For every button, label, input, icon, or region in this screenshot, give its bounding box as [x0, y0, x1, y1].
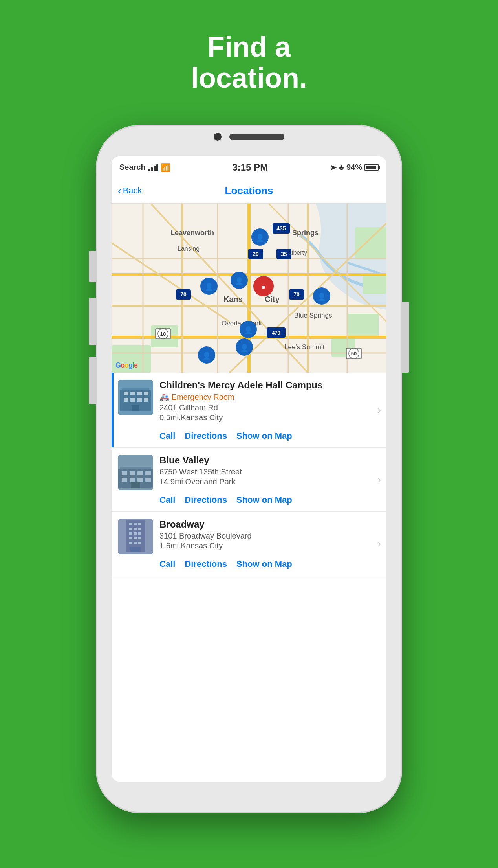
svg-text:City: City [265, 295, 280, 303]
location-name-broadway: Broadway [159, 519, 380, 530]
location-actions-broadway: Call Directions Show on Map [159, 554, 380, 576]
phone-screen: Search 📶 3:15 PM ➤ ♣ 94% [112, 156, 386, 782]
call-button-valley[interactable]: Call [159, 495, 175, 505]
nav-bar: ‹ Back Locations [112, 178, 386, 204]
svg-rect-73 [144, 392, 148, 395]
svg-rect-82 [122, 471, 127, 475]
back-label[interactable]: Back [123, 186, 142, 196]
location-item-broadway[interactable]: Broadway 3101 Broadway Boulevard 1.6mi.K… [112, 512, 386, 576]
svg-rect-94 [129, 523, 132, 525]
svg-rect-105 [138, 537, 141, 539]
svg-rect-72 [137, 392, 142, 395]
wifi-icon: 📶 [161, 163, 170, 172]
earpiece-speaker [229, 134, 284, 140]
nav-title: Locations [225, 185, 273, 197]
svg-text:👤: 👤 [244, 326, 253, 335]
show-on-map-button-broadway[interactable]: Show on Map [236, 559, 292, 569]
page-title: Find a location. [191, 31, 307, 94]
bluetooth-icon: ♣ [339, 163, 344, 172]
svg-text:70: 70 [180, 291, 187, 298]
svg-rect-89 [145, 478, 151, 482]
battery-icon [364, 164, 379, 171]
svg-rect-6 [363, 274, 386, 294]
location-address-broadway: 3101 Broadway Boulevard [159, 531, 380, 541]
svg-rect-98 [134, 528, 137, 530]
chevron-right-icon-broadway: › [377, 537, 381, 550]
svg-text:Springs: Springs [292, 229, 319, 237]
emergency-room-badge: 🚑 Emergency Room [159, 392, 380, 402]
power-button[interactable] [402, 302, 409, 373]
svg-rect-71 [130, 392, 135, 395]
mute-button[interactable] [89, 357, 96, 404]
svg-text:435: 435 [276, 225, 286, 232]
directions-button-valley[interactable]: Directions [185, 495, 227, 505]
location-address-valley: 6750 West 135th Street [159, 467, 380, 476]
call-button-broadway[interactable]: Call [159, 559, 175, 569]
svg-rect-103 [129, 537, 132, 539]
front-camera [214, 133, 222, 141]
svg-rect-97 [129, 528, 132, 530]
map-svg: 435 35 29 70 70 470 [112, 204, 386, 373]
status-bar: Search 📶 3:15 PM ➤ ♣ 94% [112, 156, 386, 178]
svg-text:470: 470 [272, 330, 280, 336]
location-name-adele: Children's Mercy Adele Hall Campus [159, 380, 380, 391]
location-thumbnail-adele [118, 380, 153, 415]
location-info-broadway: Broadway 3101 Broadway Boulevard 1.6mi.K… [159, 519, 380, 576]
location-name-valley: Blue Valley [159, 455, 380, 466]
show-on-map-button-valley[interactable]: Show on Map [236, 495, 292, 505]
svg-rect-70 [124, 392, 128, 395]
location-address-adele: 2401 Gillham Rd [159, 403, 380, 412]
svg-rect-99 [138, 528, 141, 530]
svg-rect-108 [138, 542, 141, 544]
location-thumbnail-broadway [118, 519, 153, 554]
svg-text:Blue Springs: Blue Springs [294, 312, 332, 319]
location-icon: ➤ [330, 163, 337, 172]
svg-rect-107 [134, 542, 137, 544]
directions-button-broadway[interactable]: Directions [185, 559, 227, 569]
svg-rect-109 [130, 547, 141, 552]
header-section: Find a location. [191, 0, 307, 94]
map-view[interactable]: 435 35 29 70 70 470 [112, 204, 386, 373]
svg-rect-77 [144, 398, 148, 402]
svg-rect-101 [134, 532, 137, 535]
svg-rect-78 [132, 405, 139, 411]
call-button-adele[interactable]: Call [159, 431, 175, 441]
location-info-valley: Blue Valley 6750 West 135th Street 14.9m… [159, 455, 380, 511]
svg-rect-95 [134, 523, 137, 525]
svg-rect-83 [130, 471, 135, 475]
svg-text:10: 10 [160, 331, 166, 337]
svg-rect-87 [130, 478, 135, 482]
volume-up-button[interactable] [89, 251, 96, 282]
svg-text:👤: 👤 [317, 292, 326, 301]
svg-rect-102 [138, 532, 141, 535]
back-button[interactable]: ‹ Back [118, 185, 142, 197]
svg-rect-1 [347, 314, 379, 337]
directions-button-adele[interactable]: Directions [185, 431, 227, 441]
google-logo: Google [115, 361, 137, 370]
svg-text:👤: 👤 [240, 344, 249, 352]
svg-text:👤: 👤 [235, 277, 244, 285]
svg-rect-104 [134, 537, 137, 539]
svg-rect-76 [137, 398, 142, 402]
carrier-label: Search [119, 163, 146, 172]
location-actions-adele: Call Directions Show on Map [159, 426, 380, 447]
svg-rect-75 [130, 398, 135, 402]
svg-rect-85 [145, 471, 151, 475]
svg-text:Liberty: Liberty [288, 249, 307, 256]
svg-text:👤: 👤 [205, 283, 214, 291]
svg-rect-88 [137, 478, 143, 482]
svg-text:Leavenworth: Leavenworth [170, 229, 214, 237]
svg-rect-74 [124, 398, 128, 402]
location-item-adele[interactable]: Children's Mercy Adele Hall Campus 🚑 Eme… [112, 373, 386, 448]
svg-rect-84 [137, 471, 143, 475]
svg-text:👤: 👤 [256, 234, 265, 242]
phone-top-area [96, 133, 402, 141]
chevron-right-icon-adele: › [377, 404, 381, 416]
location-thumbnail-valley [118, 455, 153, 490]
phone-mockup: Search 📶 3:15 PM ➤ ♣ 94% [96, 125, 402, 813]
volume-down-button[interactable] [89, 298, 96, 345]
location-item-blue-valley[interactable]: Blue Valley 6750 West 135th Street 14.9m… [112, 448, 386, 512]
show-on-map-button-adele[interactable]: Show on Map [236, 431, 292, 441]
location-info-adele: Children's Mercy Adele Hall Campus 🚑 Eme… [159, 380, 380, 447]
signal-strength-icon [148, 164, 158, 171]
